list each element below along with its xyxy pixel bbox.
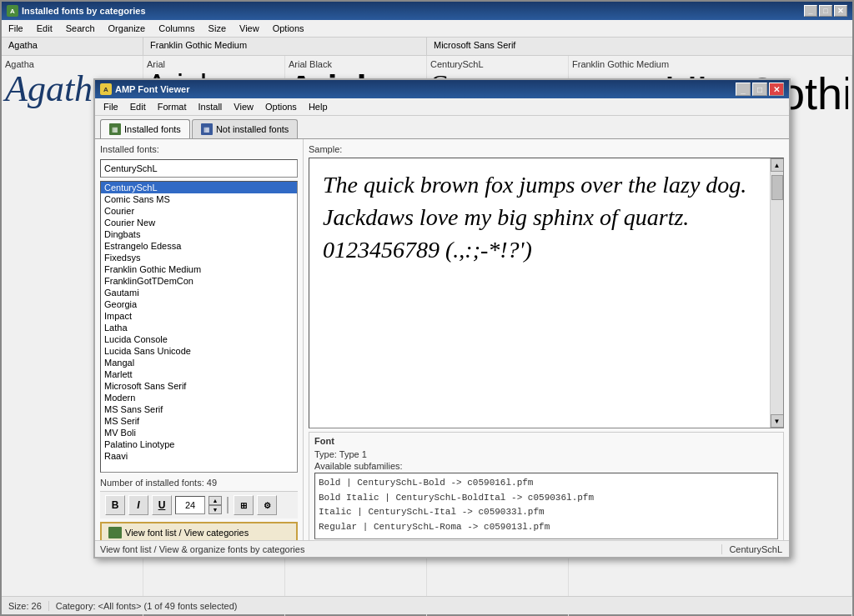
- bg-minimize-button[interactable]: _: [804, 5, 817, 17]
- scroll-down-arrow[interactable]: ▼: [771, 414, 784, 428]
- font-list-item-estrangelo[interactable]: Estrangelo Edessa: [101, 240, 297, 252]
- bg-status-size: Size: 26: [2, 601, 49, 611]
- font-list-item-latha[interactable]: Latha: [101, 322, 297, 333]
- amp-menu-file[interactable]: File: [100, 100, 122, 113]
- bg-titlebar: A Installed fonts by categories _ □ ✕: [2, 2, 852, 20]
- amp-title-buttons: _ □ ✕: [736, 83, 784, 96]
- left-panel: Installed fonts: CenturySchL Comic Sans …: [95, 139, 304, 548]
- subfamily-bold: Bold | CenturySchL-Bold -> c059016l.pfm: [319, 476, 774, 491]
- font-list-item-centurySchl[interactable]: CenturySchL: [101, 182, 297, 193]
- bg-menu-options[interactable]: Options: [269, 22, 308, 35]
- font-list-item-lucida-sans[interactable]: Lucida Sans Unicode: [101, 345, 297, 357]
- font-list-item-courier-new[interactable]: Courier New: [101, 217, 297, 228]
- subfamily-italic: Italic | CenturySchL-Ital -> c059033l.pf…: [319, 505, 774, 520]
- bg-font-name-franklin: Franklin Gothic Medium: [572, 59, 848, 69]
- amp-menu-help[interactable]: Help: [305, 100, 331, 113]
- font-list-item-mangal[interactable]: Mangal: [101, 357, 297, 368]
- installed-fonts-label: Installed fonts:: [100, 144, 298, 156]
- amp-status-right: CenturySchL: [721, 544, 789, 554]
- amp-main-content: Installed fonts: CenturySchL Comic Sans …: [95, 138, 789, 548]
- font-info: Font Type: Type 1 Available subfamilies:…: [309, 432, 784, 543]
- font-count: Number of installed fonts: 49: [100, 476, 298, 488]
- font-size-input[interactable]: [175, 496, 205, 514]
- font-list-item-dingbats[interactable]: Dingbats: [101, 228, 297, 240]
- bg-menu-file[interactable]: File: [5, 22, 27, 35]
- sample-scrollbar[interactable]: ▲ ▼: [770, 158, 783, 428]
- bg-status-bar: Size: 26 Category: <All fonts> (1 of 49 …: [2, 596, 852, 614]
- tab-installed-fonts[interactable]: ▦ Installed fonts: [100, 119, 190, 138]
- font-list-item-franklin-got[interactable]: FranklinGotTDemCon: [101, 275, 297, 287]
- italic-button[interactable]: I: [128, 495, 148, 515]
- bold-button[interactable]: B: [105, 495, 125, 515]
- tab-not-installed-fonts[interactable]: ▦ Not installed fonts: [192, 119, 298, 138]
- installed-fonts-tab-icon: ▦: [109, 123, 121, 135]
- subfamilies-label: Available subfamilies:: [314, 461, 403, 471]
- font-list-item-fixedsys[interactable]: Fixedsys: [101, 252, 297, 263]
- bg-menu-view[interactable]: View: [236, 22, 263, 35]
- font-list-item-georgia[interactable]: Georgia: [101, 298, 297, 310]
- amp-close-button[interactable]: ✕: [769, 83, 784, 96]
- sample-label: Sample:: [309, 144, 784, 154]
- col-header-agatha: Agatha: [2, 38, 143, 55]
- size-down-arrow[interactable]: ▼: [208, 505, 222, 514]
- font-list-item-modern[interactable]: Modern: [101, 392, 297, 403]
- font-list-item-palatino[interactable]: Palatino Linotype: [101, 438, 297, 450]
- col-header-franklin: Franklin Gothic Medium: [143, 38, 427, 55]
- amp-menu-view[interactable]: View: [230, 100, 257, 113]
- font-list-item-mv-boli[interactable]: MV Boli: [101, 427, 297, 438]
- font-list-item-franklin[interactable]: Franklin Gothic Medium: [101, 263, 297, 275]
- font-list-item-courier[interactable]: Courier: [101, 205, 297, 217]
- font-count-label: Number of installed fonts:: [100, 478, 204, 488]
- font-list[interactable]: CenturySchL Comic Sans MS Courier Courie…: [101, 182, 297, 472]
- bg-menu-edit[interactable]: Edit: [33, 22, 56, 35]
- font-list-container: CenturySchL Comic Sans MS Courier Courie…: [100, 181, 298, 473]
- bg-close-button[interactable]: ✕: [834, 5, 847, 17]
- format-separator: [227, 497, 229, 513]
- settings-button[interactable]: ⚙: [257, 495, 277, 515]
- font-info-title: Font: [314, 436, 778, 446]
- bg-font-name-centurySchl: CenturySchL: [430, 59, 565, 69]
- font-list-item-ms-serif[interactable]: MS Serif: [101, 415, 297, 427]
- tabs-bar: ▦ Installed fonts ▦ Not installed fonts: [95, 116, 789, 138]
- size-up-arrow[interactable]: ▲: [208, 496, 222, 505]
- amp-menu-edit[interactable]: Edit: [127, 100, 149, 113]
- sample-text: The quick brown fox jumps over the lazy …: [323, 168, 770, 267]
- font-list-item-gautami[interactable]: Gautami: [101, 287, 297, 298]
- size-arrows: ▲ ▼: [208, 496, 222, 514]
- font-list-item-comic[interactable]: Comic Sans MS: [101, 193, 297, 205]
- font-type-value: Type 1: [339, 449, 367, 459]
- bg-menu-search[interactable]: Search: [63, 22, 98, 35]
- amp-menu-format[interactable]: Format: [154, 100, 190, 113]
- scroll-thumb[interactable]: [771, 175, 783, 200]
- amp-minimize-button[interactable]: _: [736, 83, 751, 96]
- font-list-item-microsoft[interactable]: Microsoft Sans Serif: [101, 380, 297, 392]
- sample-area: The quick brown fox jumps over the lazy …: [309, 158, 784, 428]
- font-list-item-marlett[interactable]: Marlett: [101, 368, 297, 380]
- bg-menubar: File Edit Search Organize Columns Size V…: [2, 20, 852, 38]
- font-list-item-impact[interactable]: Impact: [101, 310, 297, 322]
- format-toolbar: B I U ▲ ▼ ⊞ ⚙: [100, 491, 298, 518]
- grid-view-button[interactable]: ⊞: [234, 495, 254, 515]
- amp-menu-install[interactable]: Install: [195, 100, 226, 113]
- amp-status-bar: View font list / View & organize fonts b…: [95, 540, 789, 557]
- underline-button[interactable]: U: [152, 495, 172, 515]
- amp-app-icon: A: [100, 83, 112, 95]
- view-btn-icon: [108, 527, 122, 538]
- bg-menu-size[interactable]: Size: [205, 22, 229, 35]
- font-type-row: Type: Type 1: [314, 449, 778, 459]
- not-installed-fonts-tab-icon: ▦: [201, 123, 213, 135]
- bg-menu-columns[interactable]: Columns: [155, 22, 198, 35]
- font-count-value: 49: [207, 478, 217, 488]
- col-header-microsoft: Microsoft Sans Serif: [427, 38, 852, 55]
- font-list-item-ms-sans[interactable]: MS Sans Serif: [101, 403, 297, 415]
- amp-restore-button[interactable]: □: [752, 83, 767, 96]
- bg-menu-organize[interactable]: Organize: [105, 22, 149, 35]
- amp-window-title: AMP Font Viewer: [115, 84, 189, 94]
- font-list-item-raavi[interactable]: Raavi: [101, 450, 297, 462]
- font-list-item-lucida-console[interactable]: Lucida Console: [101, 333, 297, 345]
- right-panel: Sample: The quick brown fox jumps over t…: [304, 139, 789, 548]
- amp-menu-options[interactable]: Options: [262, 100, 300, 113]
- font-search-input[interactable]: [100, 159, 298, 178]
- bg-maximize-button[interactable]: □: [819, 5, 832, 17]
- scroll-up-arrow[interactable]: ▲: [771, 158, 784, 172]
